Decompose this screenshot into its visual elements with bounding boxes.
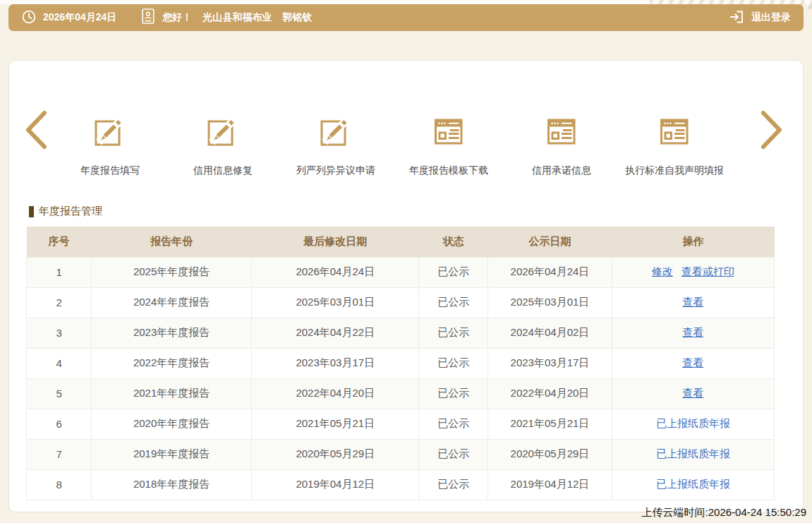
cell-index: 2 [27,287,92,318]
col-header-year: 报告年份 [92,227,252,257]
action-link[interactable]: 查看或打印 [681,265,734,277]
action-text: 已上报纸质年报 [656,478,730,490]
cell-actions: 已上报纸质年报 [612,439,774,469]
logout-button[interactable]: 退出登录 [728,8,791,28]
table-row: 12025年年度报告2026年04月24日已公示2026年04月24日修改查看或… [27,257,775,287]
carousel-item-label: 执行标准自我声明填报 [625,164,724,177]
cell-publish-date: 2022年04月20日 [488,378,612,409]
col-header-published: 公示日期 [488,227,612,257]
cell-modified-date: 2020年05月29日 [252,439,419,469]
carousel-item-credit-commitment-info[interactable]: 信用承诺信息 [505,114,618,177]
edit-icon [93,114,127,148]
logout-icon [728,8,745,28]
cell-status: 已公示 [419,287,488,318]
action-link[interactable]: 查看 [682,296,703,308]
chevron-left-icon [20,140,53,152]
clock-icon [21,9,37,27]
table-row: 22024年年度报告2025年03月01日已公示2025年03月01日查看 [27,287,775,318]
cell-publish-date: 2023年03月17日 [488,348,612,378]
carousel-prev-button[interactable] [20,109,53,150]
col-header-actions: 操作 [612,227,774,257]
upload-time-text: 上传云端时间:2026-04-24 15:50:29 [642,506,806,519]
carousel-item-standard-self-declaration[interactable]: 执行标准自我声明填报 [618,114,731,177]
action-text: 已上报纸质年报 [656,417,730,429]
cell-index: 7 [27,439,92,469]
carousel-item-label: 列严列异异议申请 [296,164,375,177]
col-header-status: 状态 [419,227,488,257]
cell-report-year: 2025年年度报告 [92,257,252,287]
carousel-item-label: 年度报告填写 [80,164,140,177]
chevron-right-icon [755,140,787,152]
cell-index: 4 [27,348,92,378]
topbar: 2026年04月24日 您好！ 光山县和福布业 郭铭钦 退出登录 [8,4,804,31]
cell-status: 已公示 [419,257,488,287]
carousel-item-annual-report-fill[interactable]: 年度报告填写 [54,114,166,177]
cell-publish-date: 2026年04月24日 [488,257,612,287]
cell-status: 已公示 [419,318,488,348]
cell-publish-date: 2021年05月21日 [488,409,612,439]
table-row: 62020年年度报告2021年05月21日已公示2021年05月21日已上报纸质… [27,409,775,439]
logout-label: 退出登录 [751,11,791,24]
cell-report-year: 2024年年度报告 [92,287,252,318]
cell-modified-date: 2023年03月17日 [252,348,419,378]
table-row: 52021年年度报告2022年04月20日已公示2022年04月20日查看 [27,378,775,409]
table-header: 序号 报告年份 最后修改日期 状态 公示日期 操作 [27,227,775,257]
action-link[interactable]: 修改 [652,265,673,277]
cell-publish-date: 2019年04月12日 [488,469,612,500]
col-header-modified: 最后修改日期 [252,227,419,257]
report-table-body: 12025年年度报告2026年04月24日已公示2026年04月24日修改查看或… [27,257,775,500]
table-row: 72019年年度报告2020年05月29日已公示2020年05月29日已上报纸质… [27,439,775,469]
cell-modified-date: 2019年04月12日 [252,469,419,500]
user-group: 您好！ 光山县和福布业 郭铭钦 [140,8,312,28]
table-row: 42022年年度报告2023年03月17日已公示2023年03月17日查看 [27,348,775,378]
table-row: 82018年年度报告2019年04月12日已公示2019年04月12日已上报纸质… [27,469,775,500]
action-link[interactable]: 查看 [682,356,703,368]
cell-publish-date: 2024年04月02日 [488,318,612,348]
date-group: 2026年04月24日 [21,9,116,27]
edit-icon [206,114,240,148]
cell-status: 已公示 [419,469,488,500]
action-link[interactable]: 查看 [682,326,703,338]
cell-report-year: 2020年年度报告 [92,409,252,439]
carousel-item-annual-report-template-download[interactable]: 年度报告模板下载 [392,114,505,177]
col-header-index: 序号 [27,227,92,257]
edit-icon [319,114,353,148]
cell-index: 5 [27,378,92,409]
cell-modified-date: 2022年04月20日 [252,378,419,409]
cell-report-year: 2022年年度报告 [92,348,252,378]
action-text: 已上报纸质年报 [656,447,730,459]
cell-actions: 已上报纸质年报 [612,469,774,500]
carousel-item-credit-info-repair[interactable]: 信用信息修复 [166,114,279,177]
cell-report-year: 2019年年度报告 [92,439,252,469]
current-date: 2026年04月24日 [43,11,116,24]
cell-report-year: 2023年年度报告 [92,318,252,348]
user-name: 郭铭钦 [282,11,312,24]
cell-status: 已公示 [419,439,488,469]
carousel-item-abnormal-list-objection[interactable]: 列严列异异议申请 [279,114,392,177]
cell-modified-date: 2021年05月21日 [252,409,419,439]
cell-modified-date: 2025年03月01日 [252,287,419,318]
report-icon [658,114,691,148]
table-row: 32023年年度报告2024年04月22日已公示2024年04月02日查看 [27,318,775,348]
cell-index: 6 [27,409,92,439]
cell-index: 3 [27,318,92,348]
shortcut-carousel: 年度报告填写 信用信息修复 [54,114,731,177]
cell-actions: 查看 [612,318,774,348]
cell-modified-date: 2024年04月22日 [252,318,419,348]
cell-index: 8 [27,469,92,500]
id-card-icon [140,8,156,28]
cell-status: 已公示 [419,378,488,409]
cell-publish-date: 2025年03月01日 [488,287,612,318]
company-name: 光山县和福布业 [202,11,272,24]
cell-actions: 查看 [612,287,774,318]
cell-actions: 已上报纸质年报 [612,409,774,439]
section-bullet-icon [29,206,34,217]
carousel-next-button[interactable] [755,109,787,150]
action-link[interactable]: 查看 [682,387,703,399]
annual-report-table: 序号 报告年份 最后修改日期 状态 公示日期 操作 12025年年度报告2026… [26,227,775,500]
cell-actions: 修改查看或打印 [612,257,774,287]
cell-status: 已公示 [419,348,488,378]
cell-publish-date: 2020年05月29日 [488,439,612,469]
cell-report-year: 2018年年度报告 [92,469,252,500]
cell-report-year: 2021年年度报告 [92,378,252,409]
